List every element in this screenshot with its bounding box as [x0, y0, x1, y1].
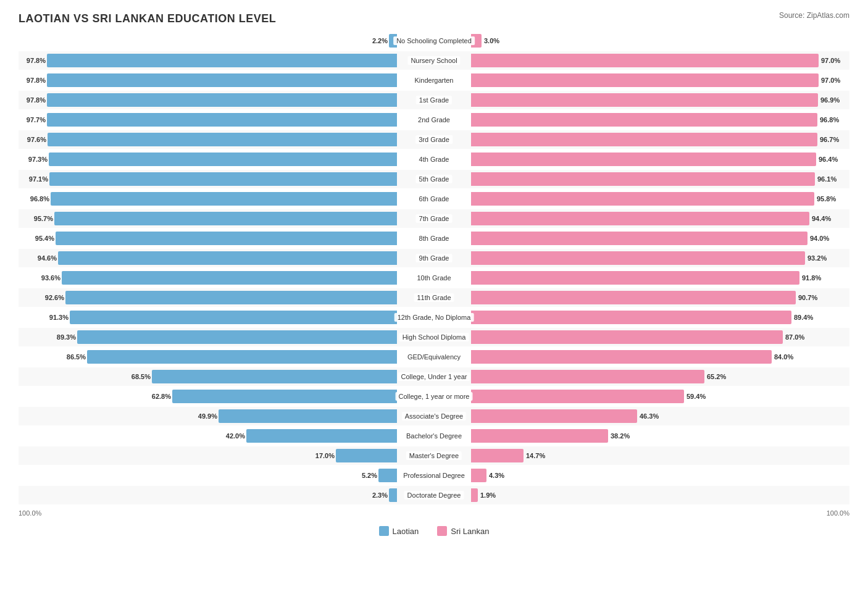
val-left: 97.8% — [27, 96, 46, 104]
bar-left — [172, 390, 397, 403]
legend-laotian: Laotian — [379, 526, 419, 536]
label-center: Associate's Degree — [402, 412, 466, 420]
bar-right — [471, 311, 791, 324]
table-row: 93.6% 10th Grade 91.8% — [19, 269, 849, 287]
val-right: 95.8% — [817, 195, 836, 203]
val-left: 5.2% — [362, 472, 377, 479]
val-left: 91.3% — [49, 314, 69, 321]
label-center: 3rd Grade — [415, 135, 453, 144]
legend: Laotian Sri Lankan — [19, 526, 849, 536]
bar-right — [471, 113, 817, 127]
table-row: 97.8% Nursery School 97.0% — [19, 51, 849, 70]
val-right: 59.4% — [686, 393, 706, 400]
bar-right — [471, 291, 796, 304]
val-left: 97.1% — [29, 175, 48, 183]
label-center: 8th Grade — [416, 234, 453, 243]
chart-title: LAOTIAN VS SRI LANKAN EDUCATION LEVEL — [19, 12, 849, 25]
table-row: 89.3% High School Diploma 87.0% — [19, 328, 849, 346]
val-right: 93.2% — [807, 254, 827, 262]
bar-left — [49, 172, 397, 186]
val-right: 94.4% — [812, 215, 831, 222]
label-center: 12th Grade, No Diploma — [394, 313, 474, 322]
axis-left: 100.0% — [19, 509, 41, 517]
legend-laotian-color — [379, 526, 389, 536]
bar-left — [48, 133, 397, 146]
table-row: 92.6% 11th Grade 90.7% — [19, 288, 849, 307]
val-right: 38.2% — [611, 432, 630, 440]
table-row: 96.8% 6th Grade 95.8% — [19, 190, 849, 208]
label-center: Doctorate Degree — [404, 491, 464, 500]
bar-left — [77, 330, 397, 344]
bar-right — [471, 390, 684, 403]
bar-left — [87, 350, 397, 364]
bar-right — [471, 172, 815, 186]
label-center: 10th Grade — [414, 274, 454, 282]
val-right: 96.8% — [820, 116, 839, 123]
bar-right — [471, 330, 783, 344]
bar-left — [54, 212, 397, 225]
bar-right — [471, 251, 805, 265]
val-left: 92.6% — [45, 294, 64, 301]
val-left: 96.8% — [30, 195, 49, 203]
label-center: 5th Grade — [416, 175, 453, 183]
label-center: Bachelor's Degree — [403, 432, 465, 440]
label-center: Master's Degree — [406, 451, 462, 460]
label-center: GED/Equivalency — [404, 353, 464, 361]
val-left: 97.7% — [27, 116, 46, 123]
table-row: 95.7% 7th Grade 94.4% — [19, 209, 849, 228]
val-right: 87.0% — [785, 333, 804, 341]
val-right: 89.4% — [794, 314, 813, 321]
label-center: 2nd Grade — [415, 115, 453, 124]
bar-left — [47, 93, 397, 107]
bar-left — [49, 153, 397, 166]
table-row: 62.8% College, 1 year or more 59.4% — [19, 387, 849, 406]
val-right: 96.9% — [820, 96, 840, 104]
val-right: 94.0% — [810, 235, 829, 242]
bar-left — [47, 54, 397, 67]
bar-right — [471, 488, 478, 502]
bar-left — [389, 488, 397, 502]
table-row: 86.5% GED/Equivalency 84.0% — [19, 348, 849, 366]
val-left: 97.3% — [28, 156, 48, 163]
label-center: 1st Grade — [416, 96, 452, 104]
val-left: 2.2% — [372, 37, 388, 44]
val-right: 97.0% — [821, 77, 840, 84]
bar-right — [471, 93, 818, 107]
val-left: 97.8% — [27, 77, 46, 84]
label-center: No Schooling Completed — [393, 36, 475, 45]
val-right: 46.3% — [640, 412, 659, 420]
val-right: 97.0% — [821, 57, 840, 64]
val-left: 97.8% — [27, 57, 46, 64]
table-row: 95.4% 8th Grade 94.0% — [19, 229, 849, 248]
val-right: 65.2% — [707, 373, 726, 380]
bar-left — [65, 291, 397, 304]
table-row: 97.1% 5th Grade 96.1% — [19, 170, 849, 188]
bar-right — [471, 54, 819, 67]
val-right: 1.9% — [480, 491, 496, 499]
val-left: 95.7% — [34, 215, 53, 222]
chart-container: LAOTIAN VS SRI LANKAN EDUCATION LEVEL So… — [0, 0, 868, 561]
val-left: 68.5% — [131, 373, 151, 380]
val-left: 89.3% — [57, 333, 76, 341]
legend-laotian-label: Laotian — [393, 527, 419, 536]
val-left: 93.6% — [41, 274, 61, 282]
label-center: 9th Grade — [416, 254, 453, 262]
val-left: 95.4% — [35, 235, 54, 242]
table-row: 97.6% 3rd Grade 96.7% — [19, 130, 849, 149]
val-left: 2.3% — [372, 491, 388, 499]
table-row: 97.8% Kindergarten 97.0% — [19, 71, 849, 90]
bar-right — [471, 409, 637, 423]
label-center: Professional Degree — [400, 471, 468, 480]
table-row: 2.2% No Schooling Completed 3.0% — [19, 31, 849, 50]
val-left: 42.0% — [226, 432, 245, 440]
val-left: 49.9% — [198, 412, 217, 420]
label-center: 6th Grade — [416, 194, 453, 203]
val-right: 96.1% — [817, 175, 837, 183]
val-right: 3.0% — [484, 37, 499, 44]
bar-left — [70, 311, 397, 324]
table-row: 42.0% Bachelor's Degree 38.2% — [19, 427, 849, 445]
label-center: College, 1 year or more — [396, 392, 473, 401]
legend-srilankan-color — [437, 526, 447, 536]
source-label: Source: ZipAtlas.com — [779, 11, 849, 20]
table-row: 2.3% Doctorate Degree 1.9% — [19, 486, 849, 504]
